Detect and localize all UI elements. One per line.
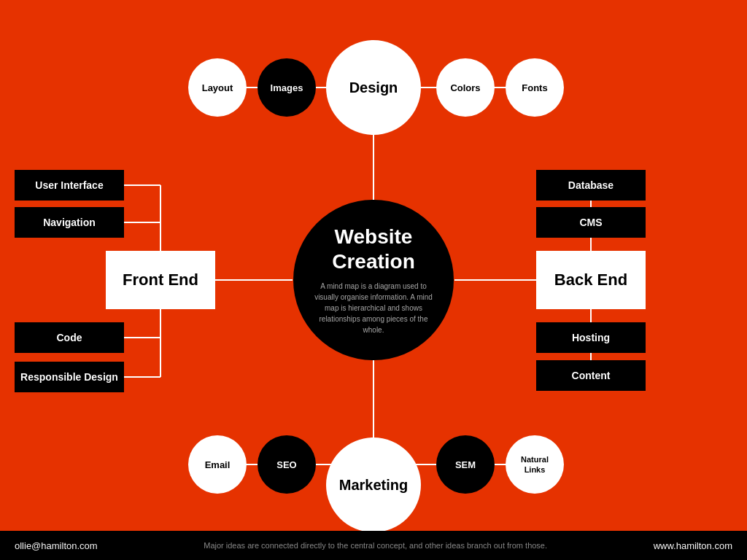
natural-links-label: Natural Links bbox=[521, 454, 549, 475]
hosting-node: Hosting bbox=[536, 322, 646, 353]
images-node: Images bbox=[258, 58, 316, 117]
seo-node: SEO bbox=[258, 435, 316, 494]
responsible-design-label: Responsible Design bbox=[20, 371, 118, 383]
colors-label: Colors bbox=[450, 82, 480, 93]
layout-node: Layout bbox=[188, 58, 247, 117]
email-node: Email bbox=[188, 435, 247, 494]
frontend-label: Front End bbox=[123, 271, 198, 289]
sem-label: SEM bbox=[455, 459, 476, 470]
mindmap-canvas: Website Creation A mind map is a diagram… bbox=[0, 0, 747, 560]
database-node: Database bbox=[536, 170, 646, 201]
navigation-label: Navigation bbox=[43, 217, 96, 228]
content-node: Content bbox=[536, 360, 646, 391]
cms-label: CMS bbox=[579, 217, 602, 228]
marketing-label: Marketing bbox=[339, 477, 408, 494]
cms-node: CMS bbox=[536, 207, 646, 238]
backend-label: Back End bbox=[554, 271, 627, 289]
images-label: Images bbox=[271, 82, 303, 93]
backend-node: Back End bbox=[536, 251, 646, 309]
central-node: Website Creation A mind map is a diagram… bbox=[293, 200, 454, 360]
frontend-node: Front End bbox=[106, 251, 215, 309]
fonts-node: Fonts bbox=[506, 58, 564, 117]
code-label: Code bbox=[57, 332, 82, 343]
fonts-label: Fonts bbox=[522, 82, 547, 93]
user-interface-label: User Interface bbox=[35, 179, 103, 191]
design-node: Design bbox=[326, 40, 421, 135]
sem-node: SEM bbox=[436, 435, 495, 494]
content-label: Content bbox=[572, 370, 611, 381]
email-label: Email bbox=[205, 459, 231, 470]
hosting-label: Hosting bbox=[572, 332, 610, 343]
footer-center-text: Major ideas are connected directly to th… bbox=[112, 541, 639, 550]
responsible-design-node: Responsible Design bbox=[15, 362, 124, 392]
footer-email: ollie@hamilton.com bbox=[15, 540, 98, 551]
database-label: Database bbox=[568, 179, 614, 191]
user-interface-node: User Interface bbox=[15, 170, 124, 201]
footer-website: www.hamilton.com bbox=[654, 540, 732, 551]
marketing-node: Marketing bbox=[326, 438, 421, 532]
design-label: Design bbox=[349, 79, 398, 96]
central-description: A mind map is a diagram used to visually… bbox=[308, 281, 439, 335]
seo-label: SEO bbox=[276, 459, 296, 470]
natural-links-node: Natural Links bbox=[506, 435, 564, 494]
footer: ollie@hamilton.com Major ideas are conne… bbox=[0, 531, 747, 560]
layout-label: Layout bbox=[202, 82, 233, 93]
code-node: Code bbox=[15, 322, 124, 353]
colors-node: Colors bbox=[436, 58, 495, 117]
central-title: Website Creation bbox=[332, 225, 415, 273]
navigation-node: Navigation bbox=[15, 207, 124, 238]
